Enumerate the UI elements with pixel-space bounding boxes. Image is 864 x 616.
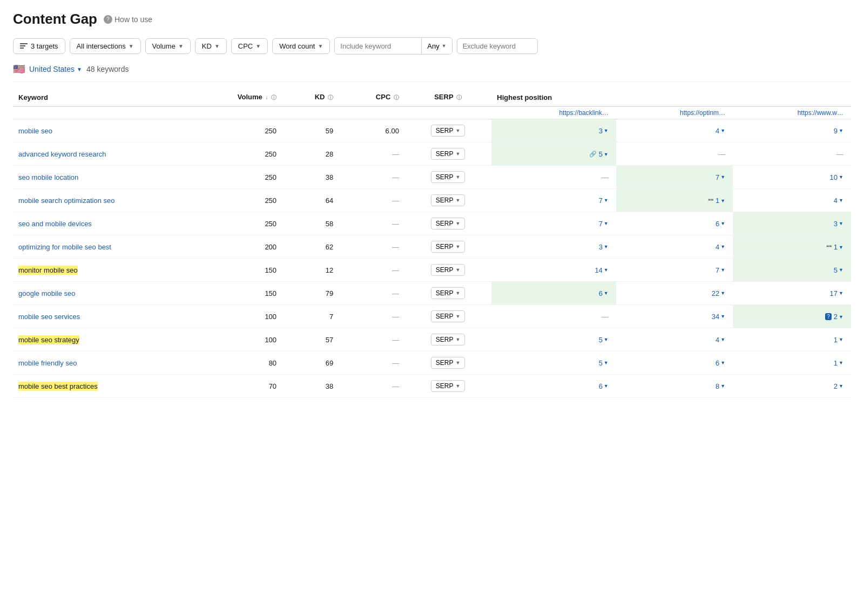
position-value: 7▼ bbox=[716, 266, 725, 274]
table-header-row: Keyword Volume ↓ ⓘ KD ⓘ CPC ⓘ SERP ⓘ Hig… bbox=[13, 89, 851, 106]
serp-label: SERP bbox=[436, 313, 454, 320]
cpc-cell: — bbox=[339, 375, 404, 398]
position-cell: 2▼ bbox=[733, 375, 851, 398]
serp-button[interactable]: SERP ▼ bbox=[431, 241, 465, 253]
kd-dropdown[interactable]: KD ▼ bbox=[195, 38, 227, 54]
keyword-cell: mobile seo strategy bbox=[13, 328, 186, 351]
chevron-down-icon: ▼ bbox=[455, 198, 460, 203]
cpc-header[interactable]: CPC ⓘ bbox=[339, 89, 404, 106]
position-cell: 10▼ bbox=[733, 166, 851, 189]
serp-button[interactable]: SERP ▼ bbox=[431, 171, 465, 183]
em-dash: — bbox=[718, 150, 725, 158]
keyword-cell: mobile seo bbox=[13, 119, 186, 143]
how-to-use[interactable]: ? How to use bbox=[104, 15, 152, 24]
volume-cell: 100 bbox=[186, 305, 282, 328]
down-arrow-icon: ▼ bbox=[604, 152, 609, 157]
keywords-count: 48 keywords bbox=[86, 65, 129, 73]
chevron-down-icon: ▼ bbox=[77, 66, 82, 72]
position-cell: 1▼ bbox=[733, 351, 851, 375]
country-name: United States bbox=[29, 65, 75, 73]
keyword-link[interactable]: mobile friendly seo bbox=[18, 359, 77, 367]
position-value: 4▼ bbox=[716, 336, 725, 344]
serp-button[interactable]: SERP ▼ bbox=[431, 310, 465, 322]
position-cell: 4▼ bbox=[733, 189, 851, 212]
cpc-cell: — bbox=[339, 212, 404, 235]
kd-header[interactable]: KD ⓘ bbox=[282, 89, 339, 106]
quote-icon: ❝❝ bbox=[708, 198, 713, 204]
cpc-label: CPC bbox=[238, 42, 253, 50]
volume-label: Volume bbox=[152, 42, 176, 50]
table-row: seo and mobile devices 250 58 — SERP ▼ 7… bbox=[13, 212, 851, 235]
include-keyword-input[interactable] bbox=[335, 39, 421, 53]
volume-cell: 250 bbox=[186, 212, 282, 235]
keyword-link[interactable]: optimizing for mobile seo best bbox=[18, 243, 111, 251]
kd-cell: 59 bbox=[282, 119, 339, 143]
keyword-link[interactable]: google mobile seo bbox=[18, 289, 76, 297]
keyword-link[interactable]: mobile search optimization seo bbox=[18, 197, 114, 205]
serp-button[interactable]: SERP ▼ bbox=[431, 287, 465, 299]
position-cell: 7▼ bbox=[616, 166, 733, 189]
cpc-cell: — bbox=[339, 328, 404, 351]
serp-cell: SERP ▼ bbox=[404, 119, 491, 143]
serp-button[interactable]: SERP ▼ bbox=[431, 357, 465, 369]
kd-cell: 64 bbox=[282, 189, 339, 212]
intersections-dropdown[interactable]: All intersections ▼ bbox=[70, 38, 141, 54]
keyword-link[interactable]: advanced keyword research bbox=[18, 150, 106, 158]
position-cell: 7▼ bbox=[616, 259, 733, 282]
keyword-link[interactable]: mobile seo services bbox=[18, 313, 80, 321]
down-arrow-icon: ▼ bbox=[604, 244, 609, 249]
kd-cell: 28 bbox=[282, 143, 339, 166]
keyword-cell: mobile friendly seo bbox=[13, 351, 186, 375]
serp-label: SERP bbox=[436, 266, 454, 274]
position-cell: 7▼ bbox=[491, 212, 616, 235]
domain3-header: https://www.w… bbox=[733, 106, 851, 119]
chevron-down-icon: ▼ bbox=[455, 267, 460, 273]
position-cell: 6▼ bbox=[491, 282, 616, 305]
serp-button[interactable]: SERP ▼ bbox=[431, 380, 465, 392]
position-value: 2▼ bbox=[834, 382, 843, 390]
keyword-link[interactable]: mobile seo bbox=[18, 127, 52, 135]
position-value: 6▼ bbox=[599, 382, 609, 390]
serp-label: SERP bbox=[436, 243, 454, 251]
down-arrow-icon: ▼ bbox=[604, 267, 609, 273]
cpc-cell: — bbox=[339, 235, 404, 259]
keyword-cell: mobile search optimization seo bbox=[13, 189, 186, 212]
serp-button[interactable]: SERP ▼ bbox=[431, 218, 465, 229]
position-value: 1▼ bbox=[834, 359, 843, 367]
serp-button[interactable]: SERP ▼ bbox=[431, 148, 465, 160]
down-arrow-icon: ▼ bbox=[839, 290, 843, 296]
cpc-value: — bbox=[392, 266, 399, 274]
serp-button[interactable]: SERP ▼ bbox=[431, 194, 465, 206]
table-row: optimizing for mobile seo best 200 62 — … bbox=[13, 235, 851, 259]
position-value: 14▼ bbox=[595, 266, 608, 274]
chevron-down-icon: ▼ bbox=[455, 128, 460, 133]
volume-dropdown[interactable]: Volume ▼ bbox=[145, 38, 191, 54]
serp-button[interactable]: SERP ▼ bbox=[431, 125, 465, 137]
keyword-link[interactable]: seo and mobile devices bbox=[18, 220, 92, 228]
targets-button[interactable]: 3 targets bbox=[13, 38, 65, 54]
serp-button[interactable]: SERP ▼ bbox=[431, 334, 465, 346]
any-button[interactable]: Any ▼ bbox=[422, 39, 451, 53]
volume-cell: 100 bbox=[186, 328, 282, 351]
position-value: 8▼ bbox=[716, 382, 725, 390]
position-cell: — bbox=[616, 143, 733, 166]
down-arrow-icon: ▼ bbox=[604, 290, 609, 296]
down-arrow-icon: ▼ bbox=[839, 337, 843, 342]
exclude-keyword-input[interactable] bbox=[457, 38, 538, 54]
serp-cell: SERP ▼ bbox=[404, 143, 491, 166]
kd-cell: 7 bbox=[282, 305, 339, 328]
down-arrow-icon: ▼ bbox=[839, 128, 843, 133]
cpc-value: — bbox=[392, 220, 399, 228]
cpc-dropdown[interactable]: CPC ▼ bbox=[231, 38, 268, 54]
keyword-link[interactable]: seo mobile location bbox=[18, 173, 78, 181]
word-count-dropdown[interactable]: Word count ▼ bbox=[272, 38, 330, 54]
position-cell: 1▼ bbox=[733, 328, 851, 351]
position-value: 17▼ bbox=[830, 289, 843, 297]
volume-header[interactable]: Volume ↓ ⓘ bbox=[186, 89, 282, 106]
position-value: 1▼ bbox=[834, 336, 843, 344]
country-selector[interactable]: United States ▼ bbox=[29, 65, 82, 73]
serp-header[interactable]: SERP ⓘ bbox=[404, 89, 491, 106]
position-cell: — bbox=[491, 305, 616, 328]
position-value: 🔗5▼ bbox=[589, 150, 609, 158]
serp-button[interactable]: SERP ▼ bbox=[431, 264, 465, 276]
